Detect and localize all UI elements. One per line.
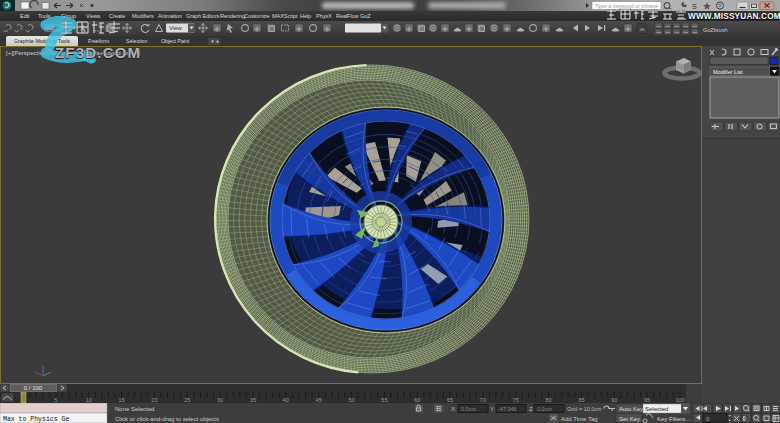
svg-text:0,0cm: 0,0cm (537, 406, 552, 412)
svg-text:0,0cm: 0,0cm (461, 406, 476, 412)
svg-text:Set Key: Set Key (619, 416, 640, 422)
svg-text:None Selected: None Selected (115, 406, 154, 412)
svg-text:40: 40 (283, 397, 289, 403)
svg-text:80: 80 (546, 397, 552, 403)
svg-text:10: 10 (86, 397, 92, 403)
svg-text:Auto Key: Auto Key (619, 406, 643, 412)
svg-text:Grid = 10,0cm: Grid = 10,0cm (567, 406, 602, 412)
svg-text:90: 90 (611, 397, 617, 403)
svg-text:View: View (169, 25, 183, 31)
svg-text:65: 65 (447, 397, 453, 403)
svg-text:15: 15 (119, 397, 125, 403)
svg-text:Click or click-and-drag to sel: Click or click-and-drag to select object… (115, 416, 219, 422)
svg-text:-47,946: -47,946 (498, 406, 517, 412)
svg-text:30: 30 (217, 397, 223, 403)
svg-text:75: 75 (513, 397, 519, 403)
svg-text:50: 50 (348, 397, 354, 403)
svg-text:X:: X: (451, 406, 457, 412)
svg-text:25: 25 (184, 397, 190, 403)
svg-text:Modifier List: Modifier List (713, 69, 743, 75)
svg-text:85: 85 (578, 397, 584, 403)
svg-text:55: 55 (381, 397, 387, 403)
svg-text:?: ? (718, 3, 722, 9)
svg-text:70: 70 (480, 397, 486, 403)
svg-text:0 / 100: 0 / 100 (24, 385, 43, 391)
svg-text:60: 60 (414, 397, 420, 403)
svg-text:45: 45 (316, 397, 322, 403)
svg-text:Selected: Selected (645, 406, 668, 412)
svg-text:5: 5 (54, 397, 57, 403)
svg-text:Y:: Y: (490, 406, 496, 412)
svg-text:Max to Physics Ge: Max to Physics Ge (3, 416, 69, 423)
svg-text:Add Time Tag: Add Time Tag (561, 416, 598, 422)
svg-text:20: 20 (151, 397, 157, 403)
svg-text:Key Filters...: Key Filters... (657, 416, 691, 422)
svg-text:100: 100 (675, 397, 684, 403)
svg-text:S: S (692, 3, 697, 10)
svg-text:35: 35 (250, 397, 256, 403)
svg-text:95: 95 (644, 397, 650, 403)
